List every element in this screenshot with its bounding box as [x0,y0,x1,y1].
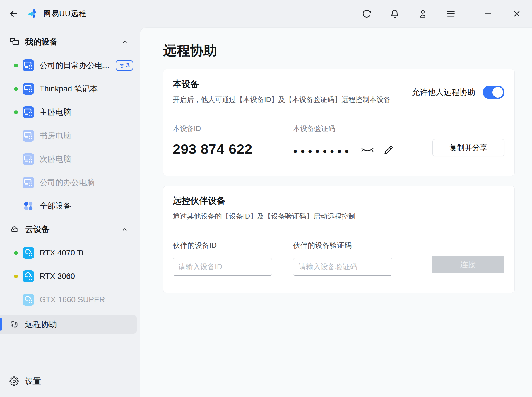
cloud-icon [9,224,19,234]
menu-button[interactable] [445,8,457,20]
pc-device-icon [23,59,34,71]
sidebar-item-settings[interactable]: 设置 [0,365,140,397]
notifications-button[interactable] [389,8,401,20]
verification-code-label: 本设备验证码 [293,124,431,133]
device-name: 全部设备 [40,201,133,211]
session-count-badge: 3 [116,60,133,71]
minimize-button[interactable] [482,8,494,20]
section-my-devices[interactable]: 我的设备 [0,34,140,50]
device-item[interactable]: 次卧电脑 [0,147,140,171]
refresh-icon [362,9,371,18]
connect-button[interactable]: 连接 [432,256,504,273]
sidebar-item-label: 远程协助 [25,319,57,330]
device-name: 书房电脑 [40,130,133,141]
device-id-value: 293 874 622 [173,141,293,157]
status-dot-empty [14,298,18,302]
allow-remote-label: 允许他人远程协助 [412,87,475,98]
sidebar: 我的设备 公司的日常办公电... 3 [0,27,140,397]
card-subtitle: 通过其他设备的【设备ID】及【设备验证码】启动远程控制 [173,212,355,221]
partner-id-input[interactable] [173,258,272,276]
pc-device-icon [23,106,34,118]
edit-code-button[interactable] [383,145,394,156]
sidebar-item-remote-assist[interactable]: 远程协助 [0,315,137,334]
device-item[interactable]: 公司的日常办公电... 3 [0,54,140,77]
section-cloud-devices[interactable]: 云设备 [0,221,140,238]
close-button[interactable] [511,8,523,20]
device-item[interactable]: 书房电脑 [0,124,140,147]
bell-icon [390,9,399,18]
app-title: 网易UU远程 [43,8,87,19]
section-label: 我的设备 [25,36,122,47]
cloud-device-icon [23,294,34,306]
section-label: 云设备 [25,224,122,235]
pc-device-icon [23,83,34,95]
app-logo-icon [27,8,39,20]
show-code-button[interactable] [361,146,374,155]
refresh-button[interactable] [361,8,372,20]
online-dot [14,87,18,91]
partner-code-input[interactable] [293,258,392,276]
cloud-device-icon [23,247,34,259]
device-item[interactable]: 主卧电脑 [0,100,140,124]
partner-code-label: 伙伴的设备验证码 [293,241,431,250]
online-dot [14,251,18,255]
close-icon [512,9,521,18]
selected-indicator [0,318,2,331]
this-device-card: 本设备 开启后，他人可通过【本设备ID】及【本设备验证码】远程控制本设备 允许他… [163,69,515,176]
cloud-device-item[interactable]: RTX 4070 Ti [0,241,140,265]
pencil-icon [383,145,394,156]
status-dot-empty [14,204,18,208]
copy-share-button[interactable]: 复制并分享 [432,139,504,156]
cloud-device-icon [23,270,34,282]
remote-assist-icon [9,320,19,329]
online-dot [14,64,18,67]
device-name: GTX 1660 SUPER [40,295,133,304]
cloud-device-item[interactable]: GTX 1660 SUPER [0,288,140,311]
online-dot [14,110,18,114]
gear-icon [9,376,19,386]
busy-dot [14,275,18,278]
device-id-label: 本设备ID [173,124,293,133]
chevron-up-icon[interactable] [122,226,128,233]
card-title: 远控伙伴设备 [173,195,355,207]
card-title: 本设备 [173,78,391,90]
pc-device-icon [23,153,34,165]
device-item[interactable]: Thinkpad 笔记本 [0,77,140,100]
pc-device-icon [23,130,34,142]
all-devices-item[interactable]: 全部设备 [0,194,140,218]
cloud-device-item[interactable]: RTX 3060 [0,265,140,288]
minimize-icon [484,9,492,18]
menu-icon [446,9,456,18]
device-name: 次卧电脑 [40,154,133,164]
device-name: Thinkpad 笔记本 [40,84,133,94]
device-name: RTX 4070 Ti [40,248,133,258]
chevron-up-icon[interactable] [122,39,128,45]
account-button[interactable] [417,8,429,20]
pc-device-icon [23,177,34,188]
card-subtitle: 开启后，他人可通过【本设备ID】及【本设备验证码】远程控制本设备 [173,95,391,104]
device-item[interactable]: 公司的办公电脑 [0,171,140,194]
title-bar: 网易UU远程 [0,0,532,27]
account-icon [418,9,427,18]
all-devices-icon [23,200,34,212]
header-divider [472,9,472,19]
partner-id-label: 伙伴的设备ID [173,241,293,250]
page-title: 远程协助 [163,42,515,59]
device-name: 公司的办公电脑 [40,177,133,188]
verification-code-mask: ●●●●●●●● [293,146,352,155]
device-name: 主卧电脑 [40,107,133,117]
allow-remote-toggle[interactable] [483,86,504,99]
settings-label: 设置 [25,376,41,386]
status-dot-empty [14,134,18,138]
status-dot-empty [14,181,18,185]
main-panel: 远程协助 本设备 开启后，他人可通过【本设备ID】及【本设备验证码】远程控制本设… [140,27,532,397]
device-name: 公司的日常办公电... [40,60,116,71]
back-button[interactable] [8,8,19,20]
my-devices-icon [9,37,19,47]
partner-device-card: 远控伙伴设备 通过其他设备的【设备ID】及【设备验证码】启动远程控制 伙伴的设备… [163,186,515,293]
status-dot-empty [14,157,18,161]
device-name: RTX 3060 [40,272,133,281]
toggle-knob [492,87,503,98]
eye-closed-icon [361,146,374,155]
badge-count: 3 [126,62,130,69]
